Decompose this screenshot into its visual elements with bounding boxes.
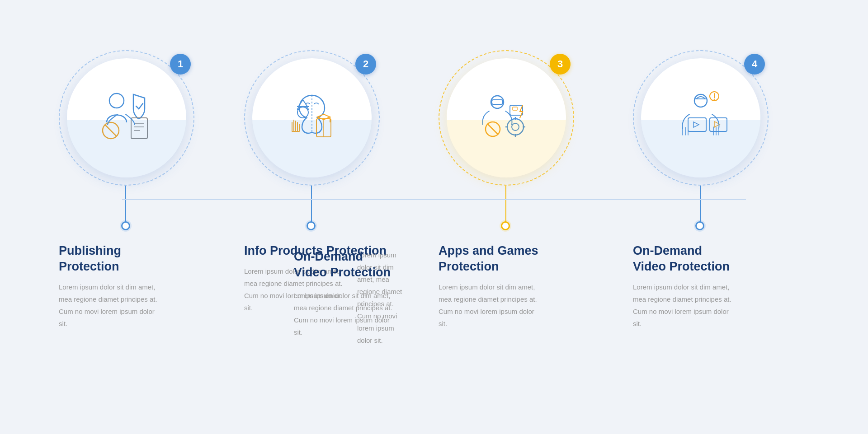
step-4-desc: Lorem ipsum dolor sit dim amet, mea regi… xyxy=(633,281,737,330)
step-4-title: On-DemandVideo Protection xyxy=(633,243,805,275)
step-3: 3 On-DemandVideo Protection Lorem ipsum … xyxy=(439,50,610,330)
step-1-badge: 1 xyxy=(170,54,191,75)
timeline-line xyxy=(122,199,746,200)
step-4: 4 On-DemandVideo Protection Lorem ipsum … xyxy=(633,50,805,330)
svg-point-30 xyxy=(714,99,715,100)
svg-point-14 xyxy=(491,96,504,108)
step-3-badge: 3 xyxy=(550,54,571,75)
step-3-desc: Lorem ipsum dolor sit dim amet, mea regi… xyxy=(439,281,542,330)
svg-rect-25 xyxy=(513,107,517,110)
step-1-circle: 1 xyxy=(59,50,194,186)
step-1-title: PublishingProtection xyxy=(59,243,212,275)
svg-point-0 xyxy=(109,93,124,108)
step-3-left-title: On-DemandVideo Protection xyxy=(294,249,391,280)
step-3-title: Apps and GamesProtection xyxy=(439,243,610,275)
step-2-circle: 2 xyxy=(244,50,380,186)
step-4-circle: 4 xyxy=(633,50,769,186)
step-3-circle: 3 xyxy=(439,50,574,186)
step-1-desc: Lorem ipsum dolor sit dim amet, mea regi… xyxy=(59,281,163,330)
step-3-left-desc: Lorem ipsum dolor sit dim amet, mea regi… xyxy=(294,289,393,338)
step-2-badge: 2 xyxy=(355,54,376,75)
svg-rect-15 xyxy=(492,100,503,104)
infographic: 1 PublishingProtection Lorem ipsum dolor… xyxy=(23,23,845,411)
step-1: 1 PublishingProtection Lorem ipsum dolor… xyxy=(59,50,212,330)
step-4-badge: 4 xyxy=(744,54,765,75)
